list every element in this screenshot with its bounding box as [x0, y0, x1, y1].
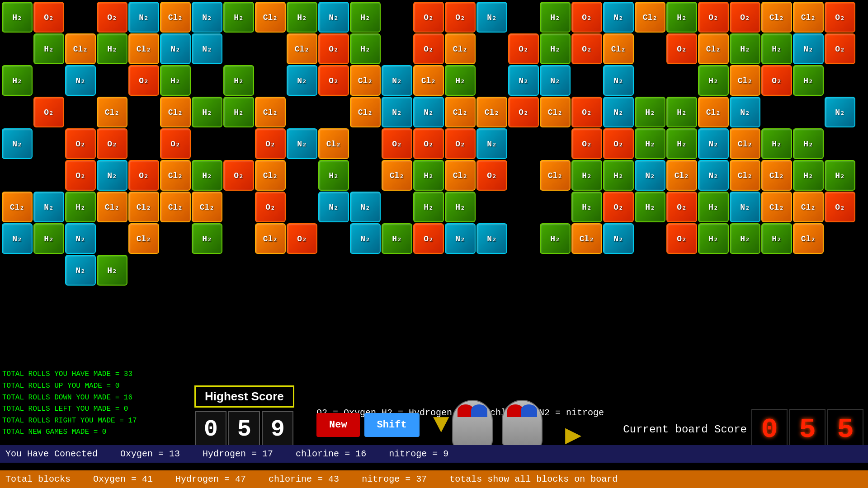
grid-block[interactable]: Cl₂ [287, 33, 317, 64]
grid-block[interactable]: Cl₂ [730, 160, 760, 191]
shift-button[interactable]: Shift [364, 413, 420, 437]
grid-block[interactable]: H₂ [287, 2, 317, 33]
grid-block[interactable]: H₂ [445, 65, 476, 96]
grid-block[interactable]: O₂ [666, 223, 697, 254]
grid-block[interactable]: Cl₂ [97, 97, 127, 127]
grid-block[interactable]: O₂ [65, 160, 96, 191]
grid-block[interactable]: O₂ [413, 128, 444, 159]
grid-block[interactable] [223, 128, 254, 159]
grid-block[interactable]: H₂ [571, 192, 602, 222]
grid-block[interactable]: Cl₂ [128, 192, 159, 222]
grid-block[interactable]: H₂ [413, 192, 444, 222]
grid-block[interactable]: Cl₂ [192, 192, 222, 222]
grid-block[interactable]: O₂ [287, 223, 317, 254]
grid-block[interactable]: H₂ [793, 128, 824, 159]
grid-block[interactable]: Cl₂ [761, 2, 792, 33]
grid-block[interactable]: Cl₂ [761, 192, 792, 222]
grid-block[interactable]: H₂ [97, 33, 127, 64]
grid-block[interactable]: N₂ [825, 97, 855, 127]
grid-block[interactable]: H₂ [666, 2, 697, 33]
grid-block[interactable]: H₂ [698, 223, 729, 254]
grid-block[interactable]: H₂ [761, 128, 792, 159]
grid-block[interactable]: H₂ [97, 255, 127, 286]
grid-block[interactable]: H₂ [350, 33, 381, 64]
grid-block[interactable]: N₂ [730, 192, 760, 222]
grid-block[interactable] [65, 2, 96, 33]
grid-block[interactable] [33, 255, 64, 286]
grid-block[interactable] [287, 97, 317, 127]
grid-block[interactable]: Cl₂ [255, 223, 286, 254]
grid-block[interactable]: Cl₂ [160, 160, 191, 191]
grid-block[interactable]: N₂ [476, 2, 507, 33]
grid-block[interactable] [476, 192, 507, 222]
grid-block[interactable]: H₂ [318, 160, 349, 191]
grid-block[interactable]: O₂ [128, 65, 159, 96]
grid-block[interactable]: H₂ [223, 97, 254, 127]
grid-block[interactable]: N₂ [97, 160, 127, 191]
grid-block[interactable]: Cl₂ [445, 160, 476, 191]
grid-block[interactable]: H₂ [540, 2, 571, 33]
grid-block[interactable]: H₂ [730, 33, 760, 64]
grid-block[interactable]: Cl₂ [65, 33, 96, 64]
grid-block[interactable]: N₂ [65, 223, 96, 254]
grid-block[interactable] [128, 97, 159, 127]
grid-block[interactable]: O₂ [666, 33, 697, 64]
grid-block[interactable]: N₂ [287, 65, 317, 96]
grid-block[interactable]: Cl₂ [160, 2, 191, 33]
grid-block[interactable]: Cl₂ [730, 128, 760, 159]
grid-block[interactable]: H₂ [160, 65, 191, 96]
grid-block[interactable]: N₂ [603, 223, 634, 254]
grid-block[interactable]: N₂ [287, 128, 317, 159]
grid-block[interactable]: H₂ [635, 128, 665, 159]
grid-block[interactable]: H₂ [635, 97, 665, 127]
grid-block[interactable]: N₂ [730, 97, 760, 127]
grid-block[interactable]: N₂ [318, 2, 349, 33]
grid-block[interactable]: Cl₂ [97, 192, 127, 222]
grid-block[interactable]: N₂ [508, 65, 539, 96]
grid-block[interactable]: O₂ [825, 33, 855, 64]
grid-block[interactable]: O₂ [730, 2, 760, 33]
grid-block[interactable]: N₂ [160, 33, 191, 64]
grid-block[interactable]: O₂ [445, 128, 476, 159]
grid-block[interactable]: Cl₂ [698, 97, 729, 127]
grid-block[interactable] [635, 33, 665, 64]
grid-block[interactable]: H₂ [761, 33, 792, 64]
grid-block[interactable]: Cl₂ [476, 97, 507, 127]
grid-block[interactable] [65, 97, 96, 127]
grid-block[interactable] [223, 223, 254, 254]
grid-block[interactable]: N₂ [476, 223, 507, 254]
grid-block[interactable]: O₂ [223, 160, 254, 191]
grid-block[interactable]: H₂ [33, 33, 64, 64]
grid-block[interactable]: Cl₂ [413, 65, 444, 96]
grid-block[interactable]: H₂ [192, 223, 222, 254]
grid-block[interactable] [508, 128, 539, 159]
grid-block[interactable]: N₂ [635, 160, 665, 191]
grid-block[interactable] [508, 223, 539, 254]
grid-block[interactable]: N₂ [65, 255, 96, 286]
grid-block[interactable]: O₂ [445, 2, 476, 33]
grid-block[interactable]: H₂ [192, 160, 222, 191]
grid-block[interactable]: O₂ [571, 33, 602, 64]
grid-block[interactable] [476, 33, 507, 64]
grid-block[interactable]: Cl₂ [603, 33, 634, 64]
grid-block[interactable] [382, 2, 412, 33]
grid-block[interactable]: Cl₂ [255, 160, 286, 191]
grid-block[interactable] [287, 160, 317, 191]
grid-block[interactable]: N₂ [603, 2, 634, 33]
grid-block[interactable]: N₂ [603, 97, 634, 127]
grid-block[interactable] [350, 160, 381, 191]
grid-block[interactable]: O₂ [128, 160, 159, 191]
grid-block[interactable] [666, 65, 697, 96]
grid-block[interactable]: Cl₂ [318, 128, 349, 159]
grid-block[interactable]: H₂ [223, 2, 254, 33]
grid-block[interactable] [192, 128, 222, 159]
grid-block[interactable] [825, 65, 855, 96]
grid-block[interactable]: N₂ [382, 97, 412, 127]
grid-block[interactable] [160, 223, 191, 254]
grid-block[interactable]: O₂ [508, 33, 539, 64]
grid-block[interactable]: Cl₂ [793, 192, 824, 222]
grid-block[interactable] [128, 128, 159, 159]
grid-block[interactable] [33, 65, 64, 96]
grid-block[interactable] [825, 128, 855, 159]
grid-block[interactable]: N₂ [2, 223, 33, 254]
